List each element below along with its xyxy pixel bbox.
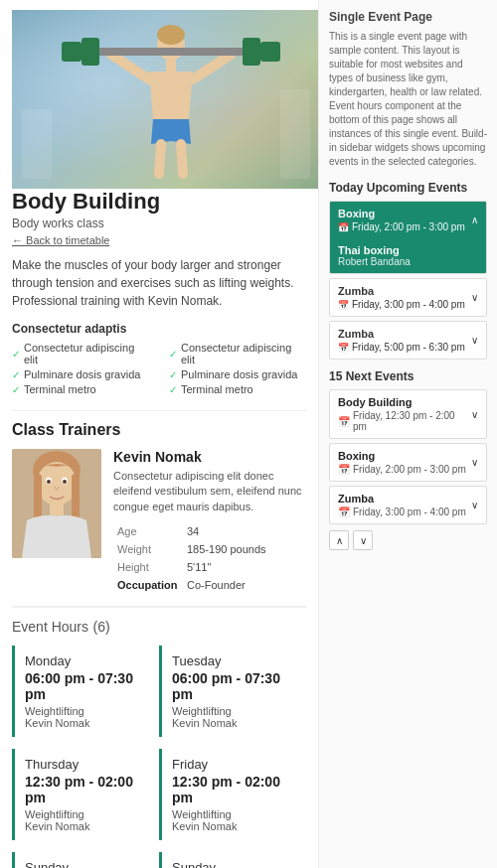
trainer-weight-row: Weight 185-190 pounds <box>113 540 306 558</box>
event-hours-section: Event Hours (6) Monday 06:00 pm - 07:30 … <box>12 606 306 868</box>
svg-point-22 <box>47 480 51 484</box>
next-event-boxing-info: Boxing 📅 Friday, 2:00 pm - 3:00 pm <box>338 450 466 475</box>
today-event-boxing-body: Thai boxing Robert Bandana <box>330 238 486 273</box>
hours-time-thursday: 12:30 pm - 02:00 pm <box>25 774 149 805</box>
today-event-zumba-1-header[interactable]: Zumba 📅 Friday, 3:00 pm - 4:00 pm ∨ <box>330 279 486 316</box>
hours-day-monday: Monday <box>25 653 149 668</box>
hours-day-sunday-2: Sunday <box>172 860 296 868</box>
sidebar-description: This is a single event page with sample … <box>329 30 487 169</box>
hours-item-monday: Monday 06:00 pm - 07:30 pm Weightlifting… <box>12 646 159 737</box>
next-event-zumba-info: Zumba 📅 Friday, 3:00 pm - 4:00 pm <box>338 493 466 517</box>
chevron-down-icon-4: ∨ <box>471 457 478 468</box>
hours-time-tuesday: 06:00 pm - 07:30 pm <box>172 670 296 702</box>
trainer-height-label: Height <box>113 558 183 576</box>
next-event-bodybuilding[interactable]: Body Building 📅 Friday, 12:30 pm - 2:00 … <box>329 389 487 439</box>
today-event-zumba-2-header[interactable]: Zumba 📅 Friday, 5:00 pm - 6:30 pm ∨ <box>330 322 486 359</box>
chevron-down-icon-1: ∨ <box>471 292 478 303</box>
trainer-name: Kevin Nomak <box>113 449 306 465</box>
svg-rect-14 <box>280 89 310 179</box>
next-arrow-button[interactable]: ∨ <box>353 530 373 550</box>
sidebar-page-title: Single Event Page <box>329 10 487 24</box>
today-event-zumba-2-name: Zumba <box>338 328 465 340</box>
svg-rect-13 <box>22 109 52 179</box>
event-subtitle: Body works class <box>12 217 306 230</box>
today-event-zumba-1-name: Zumba <box>338 285 465 297</box>
hours-item-sunday-2: Sunday 01:00 pm - 03:00 pm Body works Ke… <box>159 852 306 868</box>
calendar-icon-3: 📅 <box>338 343 349 353</box>
features-col-1: Consectetur adipiscing elit Pulminare do… <box>12 342 149 398</box>
calendar-icon: 📅 <box>338 222 349 232</box>
feature-2-1: Consectetur adipiscing elit <box>169 342 306 365</box>
hours-day-thursday: Thursday <box>25 757 149 772</box>
hours-item-thursday: Thursday 12:30 pm - 02:00 pm Weightlifti… <box>12 749 159 840</box>
next-events-title: 15 Next Events <box>329 369 487 383</box>
trainer-age-row: Age 34 <box>113 522 306 540</box>
svg-rect-8 <box>62 42 82 62</box>
pagination-arrows: ∧ ∨ <box>329 530 487 550</box>
today-event-zumba-1[interactable]: Zumba 📅 Friday, 3:00 pm - 4:00 pm ∨ <box>329 278 487 317</box>
hours-time-friday: 12:30 pm - 02:00 pm <box>172 774 296 805</box>
trainer-weight-value: 185-190 pounds <box>183 540 306 558</box>
sidebar: Single Event Page This is a single event… <box>318 0 497 868</box>
hours-class-tuesday: Weightlifting <box>172 705 296 717</box>
calendar-icon-4: 📅 <box>338 416 350 427</box>
svg-point-23 <box>63 480 67 484</box>
trainer-occupation-row: Occupation Co-Founder <box>113 576 306 594</box>
chevron-down-icon-2: ∨ <box>471 335 478 346</box>
feature-1-3: Terminal metro <box>12 383 149 395</box>
next-event-bodybuilding-time: 📅 Friday, 12:30 pm - 2:00 pm <box>338 410 471 432</box>
svg-rect-3 <box>166 60 176 72</box>
today-event-boxing-name: Boxing <box>338 208 465 219</box>
today-event-zumba-2-info: Zumba 📅 Friday, 5:00 pm - 6:30 pm <box>338 328 465 353</box>
svg-rect-18 <box>34 474 42 523</box>
hours-trainer-tuesday: Kevin Nomak <box>172 717 296 729</box>
features-list: Consectetur adipiscing elit Pulminare do… <box>12 342 306 398</box>
svg-rect-19 <box>72 474 80 523</box>
chevron-down-icon-3: ∨ <box>471 409 478 420</box>
hours-time-monday: 06:00 pm - 07:30 pm <box>25 670 149 702</box>
svg-rect-7 <box>82 38 99 66</box>
next-event-boxing-time: 📅 Friday, 2:00 pm - 3:00 pm <box>338 464 466 475</box>
next-event-zumba[interactable]: Zumba 📅 Friday, 3:00 pm - 4:00 pm ∨ <box>329 486 487 524</box>
today-events-list: Boxing 📅 Friday, 2:00 pm - 3:00 pm ∧ Tha… <box>329 201 487 360</box>
hours-class-monday: Weightlifting <box>25 705 149 717</box>
back-to-timetable-link[interactable]: Back to timetable <box>12 234 306 246</box>
hero-image <box>12 10 330 189</box>
hours-item-friday: Friday 12:30 pm - 02:00 pm Weightlifting… <box>159 749 306 840</box>
hours-day-sunday-1: Sunday <box>25 860 149 868</box>
trainer-description: Consectetur adipiscing elit donec eleife… <box>113 469 306 514</box>
trainer-weight-label: Weight <box>113 540 183 558</box>
event-description: Make the muscles of your body larger and… <box>12 256 306 310</box>
hours-trainer-thursday: Kevin Nomak <box>25 820 149 832</box>
prev-arrow-button[interactable]: ∧ <box>329 530 349 550</box>
today-event-boxing-sub-name: Thai boxing <box>338 244 478 256</box>
next-event-bodybuilding-info: Body Building 📅 Friday, 12:30 pm - 2:00 … <box>338 396 471 432</box>
trainers-section-title: Class Trainers <box>12 410 306 439</box>
svg-rect-6 <box>96 48 246 56</box>
svg-point-2 <box>157 25 185 45</box>
svg-rect-9 <box>243 38 260 66</box>
hours-trainer-monday: Kevin Nomak <box>25 717 149 729</box>
next-event-boxing[interactable]: Boxing 📅 Friday, 2:00 pm - 3:00 pm ∨ <box>329 443 487 482</box>
trainer-occupation-value: Co-Founder <box>183 576 306 594</box>
today-event-boxing-info: Boxing 📅 Friday, 2:00 pm - 3:00 pm <box>338 208 465 232</box>
calendar-icon-2: 📅 <box>338 300 349 310</box>
today-event-zumba-1-info: Zumba 📅 Friday, 3:00 pm - 4:00 pm <box>338 285 465 310</box>
today-event-boxing[interactable]: Boxing 📅 Friday, 2:00 pm - 3:00 pm ∧ Tha… <box>329 201 487 274</box>
next-event-boxing-name: Boxing <box>338 450 466 462</box>
today-event-zumba-2[interactable]: Zumba 📅 Friday, 5:00 pm - 6:30 pm ∨ <box>329 321 487 360</box>
features-title: Consectetur adaptis <box>12 322 306 336</box>
trainer-photo <box>12 449 101 558</box>
trainer-details-table: Age 34 Weight 185-190 pounds Height 5'11… <box>113 522 306 594</box>
feature-1-1: Consectetur adipiscing elit <box>12 342 149 365</box>
today-events-title: Today Upcoming Events <box>329 181 487 195</box>
trainer-age-label: Age <box>113 522 183 540</box>
hours-trainer-friday: Kevin Nomak <box>172 820 296 832</box>
today-event-zumba-2-time: 📅 Friday, 5:00 pm - 6:30 pm <box>338 342 465 353</box>
next-events-list: Body Building 📅 Friday, 12:30 pm - 2:00 … <box>329 389 487 524</box>
today-event-zumba-1-time: 📅 Friday, 3:00 pm - 4:00 pm <box>338 299 465 310</box>
next-event-zumba-name: Zumba <box>338 493 466 505</box>
today-event-boxing-header[interactable]: Boxing 📅 Friday, 2:00 pm - 3:00 pm ∧ <box>330 202 486 238</box>
hours-item-tuesday: Tuesday 06:00 pm - 07:30 pm Weightliftin… <box>159 646 306 737</box>
trainer-age-value: 34 <box>183 522 306 540</box>
